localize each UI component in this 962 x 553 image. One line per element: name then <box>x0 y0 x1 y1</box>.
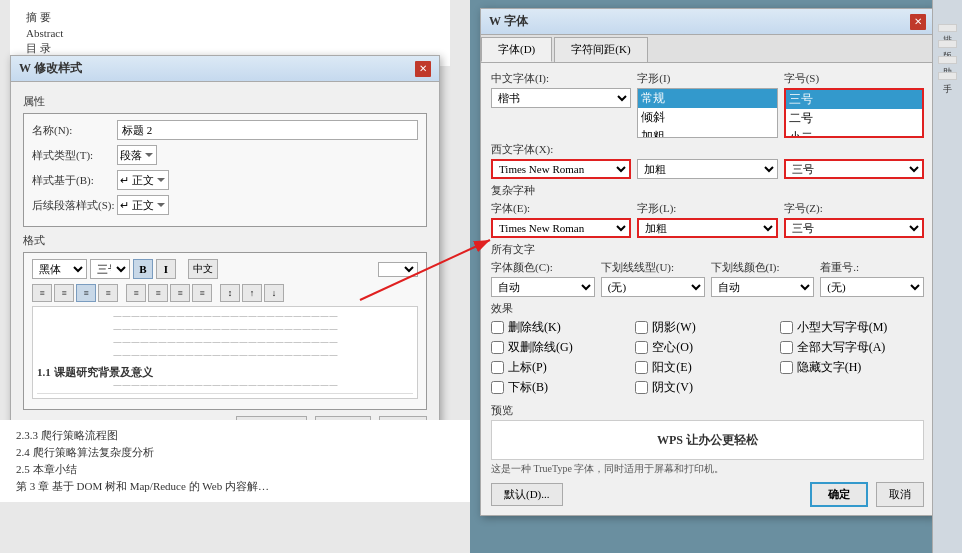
checkbox-outline[interactable] <box>635 341 648 354</box>
select-font-name[interactable]: 黑体 <box>32 259 87 279</box>
btn-indent-left[interactable]: ≡ <box>126 284 146 302</box>
style-option-italic[interactable]: 倾斜 <box>638 108 776 127</box>
right-btn-2[interactable]: 版 <box>938 40 957 48</box>
select-style-type-wrapper: 段落 <box>117 145 418 165</box>
fuza-row: 字体(E): Times New Roman 字形(L): 加粗 字号(Z): … <box>491 201 924 238</box>
btn-lang[interactable]: 中文 <box>188 259 218 279</box>
select-western-size[interactable]: 三号 <box>784 159 924 179</box>
effect-engrave: 阴文(V) <box>635 379 779 396</box>
western-font-row: 西文字体(X): Times New Roman 字形 加粗 字号 三号 <box>491 142 924 179</box>
btn-cancel-font[interactable]: 取消 <box>876 482 924 507</box>
effect-col-1: 删除线(K) 双删除线(G) 上标(P) 下标(B) <box>491 319 635 399</box>
dialog-font-title: W 字体 ✕ <box>481 9 934 35</box>
checkbox-superscript[interactable] <box>491 361 504 374</box>
right-btn-4[interactable]: 手 <box>938 72 957 80</box>
btn-indent-3[interactable]: ≡ <box>170 284 190 302</box>
btn-spacing-down[interactable]: ↓ <box>264 284 284 302</box>
style-option-regular[interactable]: 常规 <box>638 89 776 108</box>
select-style-base[interactable]: ↵ 正文 <box>117 170 169 190</box>
doc-bottom-content: 2.3.3 爬行策略流程图 2.4 爬行策略算法复杂度分析 2.5 本章小结 第… <box>0 420 470 502</box>
dialog-modify-style-close[interactable]: ✕ <box>415 61 431 77</box>
input-name[interactable] <box>117 120 418 140</box>
checkbox-engrave[interactable] <box>635 381 648 394</box>
select-western-style[interactable]: 加粗 <box>637 159 777 179</box>
dialog-modify-style: W 修改样式 ✕ 属性 名称(N): 样式类型(T): 段落 样式基于(B): <box>10 55 440 450</box>
checkbox-small-caps[interactable] <box>780 321 793 334</box>
listbox-style[interactable]: 常规 倾斜 加粗 <box>637 88 777 138</box>
col-western-size: 字号 三号 <box>784 142 924 179</box>
checkbox-emboss[interactable] <box>635 361 648 374</box>
checkbox-all-caps[interactable] <box>780 341 793 354</box>
select-underline-color[interactable]: 自动 <box>711 277 815 297</box>
btn-bold[interactable]: B <box>133 259 153 279</box>
select-extra[interactable] <box>378 262 418 277</box>
label-emphasis: 着重号.: <box>820 260 924 275</box>
checkbox-subscript[interactable] <box>491 381 504 394</box>
checkbox-strikethrough[interactable] <box>491 321 504 334</box>
checkbox-hidden[interactable] <box>780 361 793 374</box>
btn-indent-4[interactable]: ≡ <box>192 284 212 302</box>
effect-emboss: 阳文(E) <box>635 359 779 376</box>
format-section-label: 格式 <box>23 233 427 248</box>
size-option-2[interactable]: 二号 <box>786 109 922 128</box>
format-toolbar: 黑体 三号 B I 中文 <box>32 259 418 279</box>
label-strikethrough: 删除线(K) <box>508 319 561 336</box>
listbox-size[interactable]: 三号 二号 小二 小一 <box>784 88 924 138</box>
select-emphasis[interactable]: (无) <box>820 277 924 297</box>
preview-heading: 1.1 课题研究背景及意义 <box>37 365 413 380</box>
label-name: 名称(N): <box>32 123 117 138</box>
select-chinese-font[interactable]: 楷书 <box>491 88 631 108</box>
tab-font[interactable]: 字体(D) <box>481 37 552 62</box>
preview-box: 一一一一一一一一一一一一一一一一一一一一一一一一一 一一一一一一一一一一一一一一… <box>32 306 418 399</box>
select-fuza-font[interactable]: Times New Roman <box>491 218 631 238</box>
btn-italic[interactable]: I <box>156 259 176 279</box>
label-fuza-style: 字形(L): <box>637 201 777 216</box>
doc-bottom-line-2: 2.4 爬行策略算法复杂度分析 <box>16 445 454 460</box>
right-btn-3[interactable]: 助 <box>938 56 957 64</box>
dialog-modify-style-body: 属性 名称(N): 样式类型(T): 段落 样式基于(B): ↵ 正文 <box>11 82 439 449</box>
label-all-caps: 全部大写字母(A) <box>797 339 886 356</box>
btn-default-font[interactable]: 默认(D)... <box>491 483 563 506</box>
dialog-font-close[interactable]: ✕ <box>910 14 926 30</box>
btn-spacing-up[interactable]: ↑ <box>242 284 262 302</box>
select-fuza-style[interactable]: 加粗 <box>637 218 777 238</box>
label-outline: 空心(O) <box>652 339 693 356</box>
right-btn-1[interactable]: 排 <box>938 24 957 32</box>
form-row-next-style: 后续段落样式(S): ↵ 正文 <box>32 195 418 215</box>
size-option-3[interactable]: 三号 <box>786 90 922 109</box>
select-next-style[interactable]: ↵ 正文 <box>117 195 169 215</box>
select-font-color[interactable]: 自动 <box>491 277 595 297</box>
col-emphasis: 着重号.: (无) <box>820 260 924 297</box>
effect-section-title: 效果 <box>491 301 924 316</box>
select-western-font[interactable]: Times New Roman <box>491 159 631 179</box>
style-option-bold[interactable]: 加粗 <box>638 127 776 138</box>
doc-bottom-line-3: 2.5 本章小结 <box>16 462 454 477</box>
select-fuza-size[interactable]: 三号 <box>784 218 924 238</box>
chinese-font-row: 中文字体(I): 楷书 字形(I) 常规 倾斜 加粗 字号(S) 三号 二号 小… <box>491 71 924 138</box>
btn-line-spacing[interactable]: ↕ <box>220 284 240 302</box>
select-style-type[interactable]: 段落 <box>117 145 157 165</box>
col-font-color: 字体颜色(C): 自动 <box>491 260 595 297</box>
select-style-base-wrapper: ↵ 正文 <box>117 170 418 190</box>
effect-row: 删除线(K) 双删除线(G) 上标(P) 下标(B) 阴影( <box>491 319 924 399</box>
select-font-size[interactable]: 三号 <box>90 259 130 279</box>
effect-col-2: 阴影(W) 空心(O) 阳文(E) 阴文(V) <box>635 319 779 399</box>
btn-align-center[interactable]: ≡ <box>76 284 96 302</box>
btn-indent-right[interactable]: ≡ <box>148 284 168 302</box>
btn-ok-font[interactable]: 确定 <box>810 482 868 507</box>
tab-row: 字体(D) 字符间距(K) <box>481 35 934 63</box>
size-option-xiaosan[interactable]: 小二 <box>786 128 922 138</box>
checkbox-double-strikethrough[interactable] <box>491 341 504 354</box>
checkbox-shadow[interactable] <box>635 321 648 334</box>
effect-strikethrough: 删除线(K) <box>491 319 635 336</box>
btn-align-right[interactable]: ≡ <box>98 284 118 302</box>
dialog-font-title-text: W 字体 <box>489 13 528 30</box>
col-chinese-font: 中文字体(I): 楷书 <box>491 71 631 138</box>
effect-double-strikethrough: 双删除线(G) <box>491 339 635 356</box>
btn-align-left[interactable]: ≡ <box>32 284 52 302</box>
effect-small-caps: 小型大写字母(M) <box>780 319 924 336</box>
btn-align-left2[interactable]: ≡ <box>54 284 74 302</box>
doc-line-1: 摘 要 <box>26 10 434 25</box>
tab-spacing[interactable]: 字符间距(K) <box>554 37 647 62</box>
select-underline-type[interactable]: (无) <box>601 277 705 297</box>
